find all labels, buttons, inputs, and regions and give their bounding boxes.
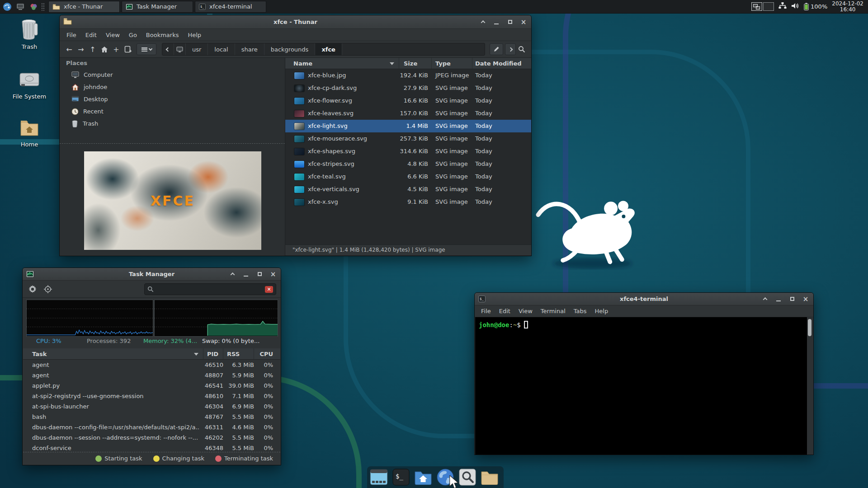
- path-scroll-left-icon[interactable]: [162, 43, 174, 55]
- file-row[interactable]: xfce-teal.svg 6.6 KiB SVG image Today: [285, 170, 531, 183]
- clear-search-icon[interactable]: ✕: [265, 286, 273, 293]
- menu-item[interactable]: Bookmarks: [142, 32, 184, 38]
- network-icon[interactable]: [778, 2, 787, 12]
- menu-item[interactable]: File: [477, 308, 495, 314]
- process-search-box[interactable]: ✕: [144, 283, 276, 295]
- breadcrumb-share[interactable]: share: [235, 43, 264, 55]
- file-row[interactable]: xfce-leaves.svg 157.0 KiB SVG image Toda…: [285, 107, 531, 120]
- sidebar-separator[interactable]: [60, 143, 285, 144]
- file-row[interactable]: xfce-cp-dark.svg 27.9 KiB SVG image Toda…: [285, 82, 531, 94]
- workspace-1[interactable]: [751, 2, 762, 11]
- file-row[interactable]: xfce-verticals.svg 4.5 KiB SVG image Tod…: [285, 183, 531, 196]
- taskbar-item-thunar[interactable]: xfce - Thunar: [48, 1, 120, 13]
- process-row[interactable]: dbus-daemon --session --address=systemd:…: [23, 432, 280, 443]
- place-recent[interactable]: Recent: [60, 105, 285, 117]
- volume-icon[interactable]: [791, 2, 799, 11]
- close-button[interactable]: ×: [520, 19, 527, 25]
- place-desktop[interactable]: Desktop: [60, 93, 285, 105]
- place-johndoe[interactable]: johndoe: [60, 81, 285, 93]
- file-row[interactable]: xfce-mouserace.svg 257.3 KiB SVG image T…: [285, 132, 531, 145]
- breadcrumb-usr[interactable]: usr: [186, 43, 208, 55]
- desktop-icon-trash[interactable]: Trash: [8, 19, 51, 50]
- applications-menu-icon[interactable]: [1, 1, 13, 13]
- dock-terminal-icon[interactable]: $_: [391, 468, 411, 487]
- terminal-scrollbar[interactable]: [807, 317, 813, 455]
- taskmanager-titlebar[interactable]: Task Manager ×: [23, 268, 281, 281]
- new-tab-icon[interactable]: [122, 43, 134, 55]
- column-header-cpu[interactable]: CPU: [254, 348, 280, 359]
- maximize-button[interactable]: [507, 19, 513, 25]
- process-row[interactable]: dbus-daemon --config-file=/usr/share/def…: [23, 422, 280, 432]
- settings-gear-icon[interactable]: [27, 284, 38, 295]
- clock[interactable]: 2024-12-02 16:40: [832, 1, 863, 13]
- maximize-button[interactable]: [789, 296, 795, 302]
- process-row[interactable]: agent 46510 6.3 MiB 0%: [23, 360, 280, 370]
- minimize-button[interactable]: [775, 296, 782, 302]
- file-row[interactable]: xfce-blue.jpg 192.4 KiB JPEG image Today: [285, 69, 531, 82]
- minimize-button[interactable]: [493, 19, 500, 25]
- edit-path-button[interactable]: [490, 43, 503, 55]
- close-button[interactable]: ×: [802, 296, 809, 302]
- taskbar-item-taskmanager[interactable]: Task Manager: [122, 1, 193, 13]
- process-row[interactable]: bash 48767 5.5 MiB 0%: [23, 412, 280, 422]
- file-row[interactable]: xfce-shapes.svg 314.6 KiB SVG image Toda…: [285, 145, 531, 158]
- menu-item[interactable]: Help: [591, 308, 613, 314]
- file-row[interactable]: xfce-flower.svg 16.6 KiB SVG image Today: [285, 94, 531, 107]
- menu-item[interactable]: Help: [183, 32, 206, 38]
- workspace-2[interactable]: [763, 2, 774, 11]
- dock-file-manager-icon[interactable]: [480, 468, 500, 487]
- forward-icon[interactable]: →: [75, 43, 87, 55]
- process-search-input[interactable]: [154, 286, 265, 293]
- process-row[interactable]: at-spi-bus-launcher 46304 6.9 MiB 0%: [23, 401, 280, 412]
- menu-item[interactable]: Edit: [81, 32, 101, 38]
- menu-item[interactable]: View: [514, 308, 537, 314]
- path-scroll-right-button[interactable]: [505, 43, 516, 55]
- desktop-icon-filesystem[interactable]: File System: [8, 70, 51, 100]
- home-icon[interactable]: [99, 43, 110, 55]
- panel-grip[interactable]: [41, 3, 45, 11]
- file-row[interactable]: xfce-x.svg 9.1 KiB SVG image Today: [285, 196, 531, 208]
- menu-item[interactable]: Go: [124, 32, 142, 38]
- rollup-button[interactable]: [480, 19, 486, 25]
- scrollbar-thumb[interactable]: [808, 319, 811, 336]
- battery-indicator[interactable]: 100%: [804, 3, 827, 10]
- menu-item[interactable]: View: [101, 32, 124, 38]
- minimize-button[interactable]: [243, 271, 249, 277]
- menu-item[interactable]: Terminal: [537, 308, 570, 314]
- search-icon[interactable]: [516, 43, 528, 55]
- column-header-name[interactable]: Name: [285, 58, 399, 69]
- file-row[interactable]: xfce-stripes.svg 4.8 KiB SVG image Today: [285, 158, 531, 170]
- up-icon[interactable]: ↑: [87, 43, 99, 55]
- maximize-button[interactable]: [256, 271, 263, 277]
- file-row[interactable]: xfce-light.svg 1.4 MiB SVG image Today: [285, 120, 531, 132]
- menu-item[interactable]: Tabs: [570, 308, 591, 314]
- rollup-button[interactable]: [762, 296, 768, 302]
- column-header-pid[interactable]: PID: [203, 348, 223, 359]
- place-trash[interactable]: Trash: [60, 117, 285, 130]
- back-icon[interactable]: ←: [63, 43, 75, 55]
- rollup-button[interactable]: [229, 271, 236, 277]
- dock-show-desktop-icon[interactable]: [369, 468, 389, 487]
- dock-home-folder-icon[interactable]: [413, 468, 433, 487]
- column-header-type[interactable]: Type: [432, 58, 472, 69]
- identify-window-icon[interactable]: [42, 284, 53, 295]
- workspace-switcher[interactable]: [751, 2, 774, 11]
- show-desktop-icon[interactable]: [14, 1, 26, 13]
- path-computer-icon[interactable]: [174, 43, 186, 55]
- menu-item[interactable]: Edit: [495, 308, 514, 314]
- breadcrumb-local[interactable]: local: [208, 43, 235, 55]
- desktop-icon-home[interactable]: Home: [8, 118, 51, 148]
- column-header-task[interactable]: Task: [23, 348, 203, 359]
- view-style-button[interactable]: [137, 43, 156, 55]
- taskbar-item-terminal[interactable]: $_ xfce4-terminal: [195, 1, 266, 13]
- breadcrumb-backgrounds[interactable]: backgrounds: [264, 43, 316, 55]
- thunar-titlebar[interactable]: xfce - Thunar ×: [60, 15, 531, 29]
- column-header-date[interactable]: Date Modified: [472, 58, 531, 69]
- close-button[interactable]: ×: [270, 271, 276, 277]
- column-header-size[interactable]: Size: [399, 58, 432, 69]
- place-computer[interactable]: Computer: [60, 69, 285, 81]
- breadcrumb-xfce[interactable]: xfce: [315, 43, 342, 55]
- terminal-content[interactable]: john@doe:~$: [475, 317, 813, 455]
- dock-search-icon[interactable]: [458, 468, 477, 487]
- new-folder-icon[interactable]: +: [110, 43, 122, 55]
